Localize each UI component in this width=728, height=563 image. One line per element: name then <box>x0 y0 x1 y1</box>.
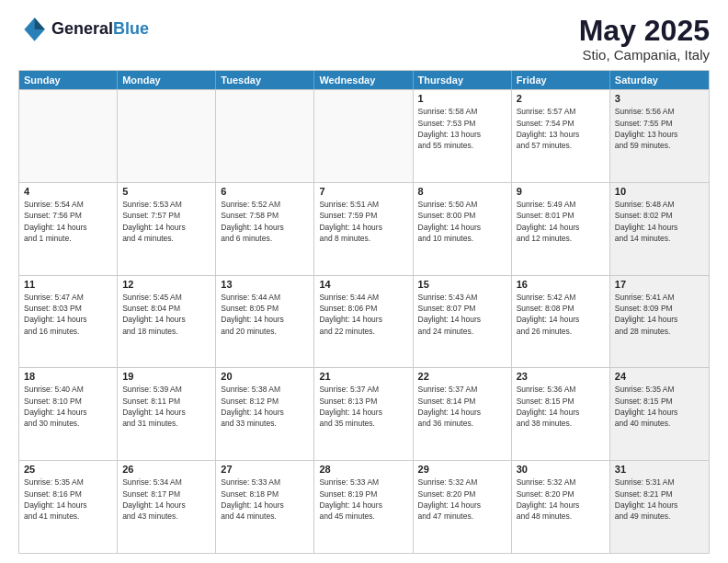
day-info: Sunrise: 5:52 AMSunset: 7:58 PMDaylight:… <box>221 199 309 244</box>
cal-header-monday: Monday <box>118 71 216 89</box>
day-info: Sunrise: 5:35 AMSunset: 8:15 PMDaylight:… <box>615 384 704 429</box>
day-number: 7 <box>319 186 407 197</box>
day-info: Sunrise: 5:38 AMSunset: 8:12 PMDaylight:… <box>221 384 309 429</box>
cal-header-wednesday: Wednesday <box>314 71 413 89</box>
cal-day-8: 8Sunrise: 5:50 AMSunset: 8:00 PMDaylight… <box>414 183 512 275</box>
day-info: Sunrise: 5:40 AMSunset: 8:10 PMDaylight:… <box>24 384 112 429</box>
subtitle: Stio, Campania, Italy <box>579 47 710 63</box>
day-info: Sunrise: 5:33 AMSunset: 8:19 PMDaylight:… <box>319 477 407 522</box>
cal-header-friday: Friday <box>512 71 610 89</box>
cal-empty <box>19 90 118 182</box>
day-info: Sunrise: 5:33 AMSunset: 8:18 PMDaylight:… <box>221 477 309 522</box>
cal-day-5: 5Sunrise: 5:53 AMSunset: 7:57 PMDaylight… <box>118 183 216 275</box>
cal-day-18: 18Sunrise: 5:40 AMSunset: 8:10 PMDayligh… <box>19 368 118 460</box>
cal-day-7: 7Sunrise: 5:51 AMSunset: 7:59 PMDaylight… <box>314 183 413 275</box>
cal-week-1: 1Sunrise: 5:58 AMSunset: 7:53 PMDaylight… <box>19 89 709 182</box>
logo-icon <box>18 15 48 44</box>
day-number: 15 <box>418 279 506 290</box>
cal-day-16: 16Sunrise: 5:42 AMSunset: 8:08 PMDayligh… <box>512 276 610 368</box>
cal-header-sunday: Sunday <box>19 71 118 89</box>
day-info: Sunrise: 5:54 AMSunset: 7:56 PMDaylight:… <box>24 199 112 244</box>
day-number: 9 <box>517 186 605 197</box>
day-info: Sunrise: 5:32 AMSunset: 8:20 PMDaylight:… <box>418 477 506 522</box>
cal-day-12: 12Sunrise: 5:45 AMSunset: 8:04 PMDayligh… <box>118 276 216 368</box>
cal-day-15: 15Sunrise: 5:43 AMSunset: 8:07 PMDayligh… <box>414 276 512 368</box>
day-number: 5 <box>122 186 210 197</box>
day-info: Sunrise: 5:47 AMSunset: 8:03 PMDaylight:… <box>24 292 112 337</box>
cal-empty <box>314 90 413 182</box>
cal-day-25: 25Sunrise: 5:35 AMSunset: 8:16 PMDayligh… <box>19 461 118 553</box>
day-info: Sunrise: 5:51 AMSunset: 7:59 PMDaylight:… <box>319 199 407 244</box>
day-number: 18 <box>24 371 112 382</box>
day-number: 10 <box>615 186 704 197</box>
cal-day-11: 11Sunrise: 5:47 AMSunset: 8:03 PMDayligh… <box>19 276 118 368</box>
day-info: Sunrise: 5:39 AMSunset: 8:11 PMDaylight:… <box>122 384 210 429</box>
cal-header-thursday: Thursday <box>414 71 512 89</box>
header: GeneralBlue May 2025 Stio, Campania, Ita… <box>18 15 710 63</box>
day-number: 24 <box>615 371 704 382</box>
day-info: Sunrise: 5:31 AMSunset: 8:21 PMDaylight:… <box>615 477 704 522</box>
cal-day-26: 26Sunrise: 5:34 AMSunset: 8:17 PMDayligh… <box>118 461 216 553</box>
cal-day-29: 29Sunrise: 5:32 AMSunset: 8:20 PMDayligh… <box>414 461 512 553</box>
cal-day-30: 30Sunrise: 5:32 AMSunset: 8:20 PMDayligh… <box>512 461 610 553</box>
day-number: 11 <box>24 279 112 290</box>
day-info: Sunrise: 5:58 AMSunset: 7:53 PMDaylight:… <box>418 106 506 151</box>
day-info: Sunrise: 5:37 AMSunset: 8:13 PMDaylight:… <box>319 384 407 429</box>
cal-empty <box>216 90 314 182</box>
day-number: 8 <box>418 186 506 197</box>
day-number: 12 <box>122 279 210 290</box>
logo: GeneralBlue <box>18 15 149 44</box>
day-number: 19 <box>122 371 210 382</box>
day-number: 21 <box>319 371 407 382</box>
day-info: Sunrise: 5:32 AMSunset: 8:20 PMDaylight:… <box>517 477 605 522</box>
cal-header-saturday: Saturday <box>610 71 709 89</box>
day-info: Sunrise: 5:36 AMSunset: 8:15 PMDaylight:… <box>517 384 605 429</box>
day-info: Sunrise: 5:53 AMSunset: 7:57 PMDaylight:… <box>122 199 210 244</box>
day-info: Sunrise: 5:43 AMSunset: 8:07 PMDaylight:… <box>418 292 506 337</box>
day-number: 6 <box>221 186 309 197</box>
day-number: 30 <box>517 464 605 475</box>
day-info: Sunrise: 5:45 AMSunset: 8:04 PMDaylight:… <box>122 292 210 337</box>
day-info: Sunrise: 5:44 AMSunset: 8:06 PMDaylight:… <box>319 292 407 337</box>
day-number: 28 <box>319 464 407 475</box>
cal-day-19: 19Sunrise: 5:39 AMSunset: 8:11 PMDayligh… <box>118 368 216 460</box>
day-number: 27 <box>221 464 309 475</box>
cal-header-tuesday: Tuesday <box>216 71 314 89</box>
page: GeneralBlue May 2025 Stio, Campania, Ita… <box>0 0 728 563</box>
day-number: 13 <box>221 279 309 290</box>
day-info: Sunrise: 5:49 AMSunset: 8:01 PMDaylight:… <box>517 199 605 244</box>
day-number: 25 <box>24 464 112 475</box>
cal-day-2: 2Sunrise: 5:57 AMSunset: 7:54 PMDaylight… <box>512 90 610 182</box>
day-number: 20 <box>221 371 309 382</box>
cal-day-20: 20Sunrise: 5:38 AMSunset: 8:12 PMDayligh… <box>216 368 314 460</box>
cal-week-3: 11Sunrise: 5:47 AMSunset: 8:03 PMDayligh… <box>19 275 709 368</box>
cal-day-27: 27Sunrise: 5:33 AMSunset: 8:18 PMDayligh… <box>216 461 314 553</box>
calendar-header: SundayMondayTuesdayWednesdayThursdayFrid… <box>19 71 709 89</box>
cal-day-23: 23Sunrise: 5:36 AMSunset: 8:15 PMDayligh… <box>512 368 610 460</box>
day-info: Sunrise: 5:44 AMSunset: 8:05 PMDaylight:… <box>221 292 309 337</box>
cal-day-24: 24Sunrise: 5:35 AMSunset: 8:15 PMDayligh… <box>610 368 709 460</box>
day-number: 26 <box>122 464 210 475</box>
cal-day-17: 17Sunrise: 5:41 AMSunset: 8:09 PMDayligh… <box>610 276 709 368</box>
day-info: Sunrise: 5:41 AMSunset: 8:09 PMDaylight:… <box>615 292 704 337</box>
day-number: 3 <box>615 93 704 104</box>
day-info: Sunrise: 5:48 AMSunset: 8:02 PMDaylight:… <box>615 199 704 244</box>
cal-empty <box>118 90 216 182</box>
cal-week-2: 4Sunrise: 5:54 AMSunset: 7:56 PMDaylight… <box>19 182 709 275</box>
day-number: 29 <box>418 464 506 475</box>
cal-week-5: 25Sunrise: 5:35 AMSunset: 8:16 PMDayligh… <box>19 460 709 553</box>
day-number: 14 <box>319 279 407 290</box>
cal-day-28: 28Sunrise: 5:33 AMSunset: 8:19 PMDayligh… <box>314 461 413 553</box>
cal-day-9: 9Sunrise: 5:49 AMSunset: 8:01 PMDaylight… <box>512 183 610 275</box>
cal-day-22: 22Sunrise: 5:37 AMSunset: 8:14 PMDayligh… <box>414 368 512 460</box>
cal-day-4: 4Sunrise: 5:54 AMSunset: 7:56 PMDaylight… <box>19 183 118 275</box>
day-info: Sunrise: 5:42 AMSunset: 8:08 PMDaylight:… <box>517 292 605 337</box>
day-number: 23 <box>517 371 605 382</box>
cal-day-6: 6Sunrise: 5:52 AMSunset: 7:58 PMDaylight… <box>216 183 314 275</box>
day-info: Sunrise: 5:56 AMSunset: 7:55 PMDaylight:… <box>615 106 704 151</box>
calendar-body: 1Sunrise: 5:58 AMSunset: 7:53 PMDaylight… <box>19 89 709 553</box>
day-number: 4 <box>24 186 112 197</box>
svg-marker-1 <box>35 17 45 29</box>
cal-day-1: 1Sunrise: 5:58 AMSunset: 7:53 PMDaylight… <box>414 90 512 182</box>
day-info: Sunrise: 5:50 AMSunset: 8:00 PMDaylight:… <box>418 199 506 244</box>
